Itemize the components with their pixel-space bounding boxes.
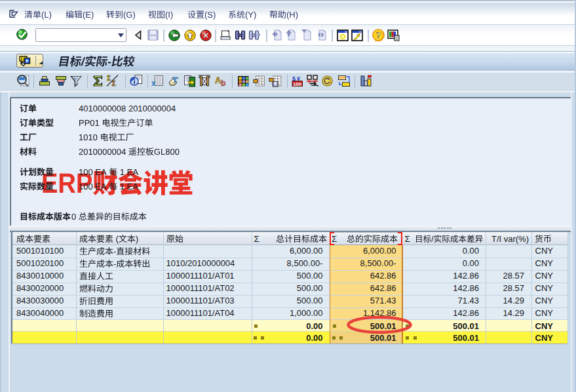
- svg-text:?: ?: [376, 30, 381, 41]
- svg-text:Σ: Σ: [107, 75, 111, 82]
- svg-text:x: x: [151, 79, 156, 87]
- svg-text:b: b: [221, 79, 225, 87]
- svg-text:100: 100: [293, 81, 302, 87]
- svg-text:T: T: [172, 75, 178, 85]
